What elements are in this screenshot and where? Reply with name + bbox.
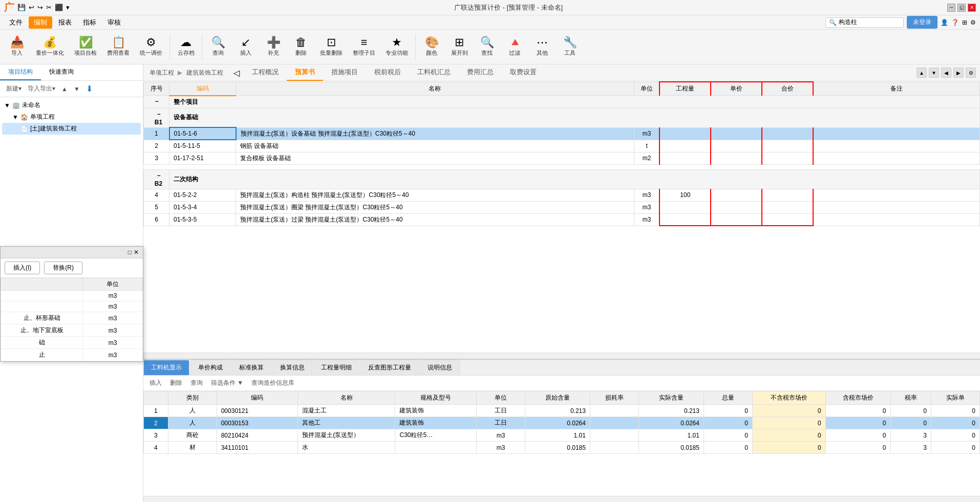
collapse-panel-button[interactable]: ◁ xyxy=(229,68,244,78)
group-row-all[interactable]: － 整个项目 xyxy=(144,96,980,108)
bottom-tab-graphic-qty[interactable]: 反查图形工程量 xyxy=(360,360,419,375)
table-row-5[interactable]: 5 01-5-3-4 预拌混凝土(泵送）圈梁 预拌混凝土(泵送型）C30粒径5～… xyxy=(144,201,980,213)
tool-organize[interactable]: ≡ 整理子目 xyxy=(349,35,379,59)
bottom-tab-labor-machine[interactable]: 工料机显示 xyxy=(143,360,189,375)
bottom-row-3[interactable]: 3 商砼 80210424 预拌混凝土(泵送型） C30粒径5… m3 1.01… xyxy=(144,429,980,442)
nav-tab-overview[interactable]: 工程概况 xyxy=(244,64,287,81)
apps-icon[interactable]: ⊞ xyxy=(962,19,967,26)
nav-up-button[interactable]: ▲ xyxy=(917,68,927,78)
bottom-row-4[interactable]: 4 材 34110101 水 m3 0.0185 0.0185 0 0 0 xyxy=(144,442,980,454)
table-row-3[interactable]: 3 01-17-2-51 复合模板 设备基础 m2 xyxy=(144,152,980,164)
bottom-row-2[interactable]: 2 人 00030153 其他工 建筑装饰 工日 0.0264 0.0264 0… xyxy=(144,417,980,429)
dialog-row-6[interactable]: 止 m3 xyxy=(1,349,143,361)
help-icon[interactable]: ❓ xyxy=(951,19,959,26)
bottom-tab-standard-swap[interactable]: 标准换算 xyxy=(231,360,271,375)
bottom-tab-swap-info[interactable]: 换算信息 xyxy=(272,360,312,375)
menu-audit[interactable]: 审核 xyxy=(102,16,126,29)
quick-access-copy[interactable]: ⬛ xyxy=(55,4,63,11)
quick-access-redo[interactable]: ↪ xyxy=(37,4,43,11)
tool-delete[interactable]: 🗑 删除 xyxy=(288,35,314,59)
tool-supplement[interactable]: ➕ 补充 xyxy=(261,35,286,59)
restore-button[interactable]: ◱ xyxy=(957,4,966,12)
tool-adjust-price[interactable]: ⚙ 统一调价 xyxy=(136,35,166,59)
quick-access-save[interactable]: 💾 xyxy=(17,4,26,11)
menu-file[interactable]: 文件 xyxy=(4,16,28,29)
quick-access-undo[interactable]: ↩ xyxy=(29,4,34,11)
bottom-tab-description[interactable]: 说明信息 xyxy=(420,360,460,375)
bottom-table-scrollbar[interactable] xyxy=(143,496,980,502)
dialog-row-3[interactable]: 止、杯形基础 m3 xyxy=(1,312,143,324)
bottom-tab-qty-detail[interactable]: 工程量明细 xyxy=(313,360,359,375)
bottom-filter-button[interactable]: 筛选条件 ▼ xyxy=(209,378,245,388)
nav-tab-budget[interactable]: 预算书 xyxy=(287,64,323,81)
minimize-button[interactable]: ─ xyxy=(947,4,955,12)
settings-icon[interactable]: ⚙ xyxy=(970,19,976,26)
nav-right-button[interactable]: ▶ xyxy=(953,68,964,78)
nav-settings-button[interactable]: ⚙ xyxy=(966,68,976,78)
tool-special-func[interactable]: ★ 专业功能 xyxy=(381,35,412,59)
nav-tab-pretax[interactable]: 税前税后 xyxy=(366,64,409,81)
bottom-tab-unit-price[interactable]: 单价构成 xyxy=(190,360,230,375)
bottom-row-1[interactable]: 1 人 00030121 混凝土工 建筑装饰 工日 0.213 0.213 0 … xyxy=(144,405,980,417)
tree-item-unnamed[interactable]: ▼ 🏢 未命名 xyxy=(2,99,141,111)
bottom-insert-button[interactable]: 插入 xyxy=(147,378,164,388)
tool-tools[interactable]: 🔧 工具 xyxy=(557,35,583,59)
tree-item-building-decor[interactable]: 📄 [土]建筑装饰工程 xyxy=(2,123,141,135)
search-input[interactable] xyxy=(839,19,900,26)
table-row-2[interactable]: 2 01-5-11-5 钢筋 设备基础 t xyxy=(144,140,980,152)
tree-item-single-project[interactable]: ▼ 🏠 单项工程 xyxy=(2,111,141,123)
tool-find[interactable]: 🔍 查找 xyxy=(474,35,500,59)
nav-left-button[interactable]: ◀ xyxy=(941,68,951,78)
nav-tab-fee-summary[interactable]: 费用汇总 xyxy=(459,64,502,81)
import-export-button[interactable]: 导入导出▾ xyxy=(26,83,57,94)
tab-quick-query[interactable]: 快速查询 xyxy=(41,64,82,80)
dialog-row-2[interactable]: m3 xyxy=(1,301,143,312)
dialog-minimize[interactable]: □ xyxy=(128,249,132,256)
dialog-row-4[interactable]: 止、地下室底板 m3 xyxy=(1,324,143,337)
move-down-button[interactable]: ▼ xyxy=(72,84,82,94)
table-row-1[interactable]: 1 01-5-1-6 预拌混凝土(泵送）设备基础 预拌混凝土(泵送型）C30粒径… xyxy=(144,127,980,140)
tool-self-check[interactable]: ✅ 项目自检 xyxy=(70,35,101,59)
tool-batch-delete[interactable]: ⊡ 批量删除 xyxy=(316,35,347,59)
tool-query[interactable]: 🔍 查询 xyxy=(205,35,231,59)
login-button[interactable]: 未登录 xyxy=(907,16,938,29)
menu-report[interactable]: 报表 xyxy=(53,16,77,29)
dialog-close[interactable]: ✕ xyxy=(134,249,139,256)
nav-tab-fee-settings[interactable]: 取费设置 xyxy=(502,64,545,81)
tool-color[interactable]: 🎨 颜色 xyxy=(419,35,444,59)
quick-access-more[interactable]: ▾ xyxy=(66,4,70,11)
group-row-b2[interactable]: － B2 二次结构 xyxy=(144,169,980,189)
download-button[interactable]: ⬇ xyxy=(84,83,95,95)
nav-tab-measures[interactable]: 措施项目 xyxy=(323,64,366,81)
tool-insert[interactable]: ↙ 插入 xyxy=(233,35,259,59)
tool-filter[interactable]: 🔺 过滤 xyxy=(502,35,527,59)
tool-fee-view[interactable]: 📋 费用查看 xyxy=(103,35,134,59)
user-icon[interactable]: 👤 xyxy=(941,19,948,26)
new-button[interactable]: 新建▾ xyxy=(4,83,24,94)
dialog-replace-button[interactable]: 替换(R) xyxy=(44,261,82,274)
tool-cloud-save[interactable]: ☁ 云存档 xyxy=(173,35,199,59)
dialog-row-1[interactable]: m3 xyxy=(1,291,143,301)
dialog-row-5[interactable]: 础 m3 xyxy=(1,337,143,349)
bottom-query-price-db[interactable]: 查询造价信息库 xyxy=(249,378,296,388)
quick-access-cut[interactable]: ✂ xyxy=(46,4,52,11)
tool-price-unity[interactable]: 💰 量价一体化 xyxy=(32,35,68,59)
nav-tab-labor-material[interactable]: 工料机汇总 xyxy=(409,64,459,81)
move-up-button[interactable]: ▲ xyxy=(59,84,70,94)
table-row-6[interactable]: 6 01-5-3-5 预拌混凝土(泵送）过梁 预拌混凝土(泵送型）C30粒径5～… xyxy=(144,213,980,226)
bottom-delete-button[interactable]: 删除 xyxy=(168,378,184,388)
search-box[interactable]: 🔍 xyxy=(825,17,904,28)
tool-expand[interactable]: ⊞ 展开到 xyxy=(446,35,472,59)
table-row-4[interactable]: 4 01-5-2-2 预拌混凝土(泵送）构造柱 预拌混凝土(泵送型）C30粒径5… xyxy=(144,189,980,201)
group-row-b1[interactable]: － B1 设备基础 xyxy=(144,108,980,127)
menu-edit[interactable]: 编制 xyxy=(29,16,52,29)
close-button[interactable]: ✕ xyxy=(968,4,976,12)
main-table-scrollbar[interactable] xyxy=(143,353,980,359)
dialog-insert-button[interactable]: 插入(I) xyxy=(5,261,40,274)
nav-down-button[interactable]: ▼ xyxy=(929,68,939,78)
menu-indicator[interactable]: 指标 xyxy=(78,16,101,29)
tool-other[interactable]: ⋯ 其他 xyxy=(529,35,555,59)
tab-project-structure[interactable]: 项目结构 xyxy=(0,64,41,80)
bottom-query-button[interactable]: 查询 xyxy=(188,378,205,388)
tool-import[interactable]: 📥 导入 xyxy=(4,35,30,59)
